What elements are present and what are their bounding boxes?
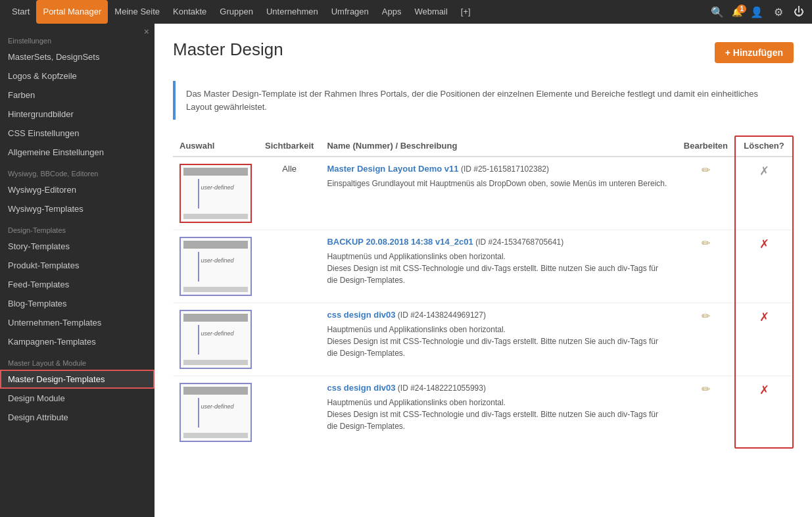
nav-apps[interactable]: Apps: [375, 0, 408, 24]
top-nav: Start Portal Manager Meine Seite Kontakt…: [0, 0, 812, 24]
section-wysiwyg: Wysiwyg, BBCode, Editoren: [0, 162, 155, 180]
section-design-templates: Design-Templates: [0, 218, 155, 237]
design-name-link-3[interactable]: css design div03: [327, 383, 395, 393]
cell-thumbnail-1[interactable]: user-defined: [173, 230, 258, 303]
thumb-bottom-bar: [183, 287, 248, 292]
sidebar-item-unternehmen-templates[interactable]: Unternehmen-Templates: [0, 313, 155, 332]
sidebar: × Einstellungen MasterSets, DesignSets L…: [0, 24, 155, 517]
sidebar-item-master-design-templates[interactable]: Master Design-Templates: [0, 370, 155, 389]
nav-plus[interactable]: [+]: [454, 0, 477, 24]
edit-icon-2[interactable]: ✏: [702, 310, 710, 322]
page-title: Master Design: [173, 39, 794, 60]
sidebar-item-blog-templates[interactable]: Blog-Templates: [0, 294, 155, 313]
template-thumbnail-0[interactable]: user-defined: [179, 164, 252, 223]
nav-start[interactable]: Start: [5, 0, 36, 24]
nav-webmail[interactable]: Webmail: [408, 0, 454, 24]
power-icon[interactable]: ⏻: [791, 6, 807, 18]
thumb-mid: user-defined: [183, 178, 248, 212]
table-row: user-defined css design div03 (ID #24-14…: [173, 303, 794, 376]
thumb-top-bar: [183, 387, 248, 395]
info-box: Das Master Design-Template ist der Rahme…: [173, 81, 794, 120]
sidebar-item-logos[interactable]: Logos & Kopfzeile: [0, 66, 155, 86]
design-desc-3: Hauptmenüs und Applikationslinks oben ho…: [327, 397, 670, 432]
table-row: user-defined css design div03 (ID #24-14…: [173, 376, 794, 449]
th-sichtbarkeit: Sichtbarkeit: [258, 135, 320, 157]
delete-icon-2[interactable]: ✗: [759, 310, 769, 324]
cell-thumbnail-2[interactable]: user-defined: [173, 303, 258, 376]
sidebar-item-hintergrundbilder[interactable]: Hintergrundbilder: [0, 105, 155, 124]
sidebar-item-design-attribute[interactable]: Design Attribute: [0, 408, 155, 427]
sidebar-close-button[interactable]: ×: [144, 26, 149, 37]
table-header-row: Auswahl Sichtbarkeit Name (Nummer) / Bes…: [173, 135, 794, 157]
sidebar-item-story-templates[interactable]: Story-Templates: [0, 237, 155, 256]
nav-umfragen[interactable]: Umfragen: [325, 0, 375, 24]
desc-line: Dieses Design ist mit CSS-Technologie un…: [327, 264, 658, 285]
design-id-0: (ID #25-1615817102382): [459, 164, 549, 174]
design-id-2: (ID #24-1438244969127): [395, 310, 485, 320]
info-text: Das Master Design-Template ist der Rahme…: [186, 89, 758, 112]
search-icon[interactable]: 🔍: [708, 6, 727, 18]
notification-bell[interactable]: 🔔1: [732, 7, 742, 17]
edit-icon-1[interactable]: ✏: [702, 237, 710, 249]
table-row: user-defined Alle Master Design Layout D…: [173, 157, 794, 230]
nav-unternehmen[interactable]: Unternehmen: [260, 0, 325, 24]
section-master-layout: Master Layout & Module: [0, 351, 155, 370]
cell-name-0: Master Design Layout Demo v11 (ID #25-16…: [320, 157, 677, 230]
delete-icon-3[interactable]: ✗: [759, 383, 769, 397]
settings-icon[interactable]: ⚙: [771, 6, 786, 18]
sidebar-item-css[interactable]: CSS Einstellungen: [0, 124, 155, 143]
desc-line: Hauptmenüs und Applikationslinks oben ho…: [327, 398, 506, 407]
sidebar-item-kampagnen-templates[interactable]: Kampagnen-Templates: [0, 332, 155, 351]
thumb-bottom-bar: [183, 360, 248, 365]
design-name-link-0[interactable]: Master Design Layout Demo v11: [327, 164, 458, 174]
nav-kontakte[interactable]: Kontakte: [166, 0, 213, 24]
design-name-link-1[interactable]: BACKUP 20.08.2018 14:38 v14_2c01: [327, 237, 473, 247]
add-button[interactable]: + Hinzufügen: [715, 42, 794, 63]
sidebar-item-wysiwyg-templates[interactable]: Wysiwyg-Templates: [0, 199, 155, 218]
th-bearbeiten: Bearbeiten: [677, 135, 734, 157]
thumb-label-0: user-defined: [201, 178, 234, 191]
thumb-sidebar-bar: [198, 398, 199, 428]
cell-bearbeiten-1: ✏: [677, 230, 734, 303]
nav-portal-manager[interactable]: Portal Manager: [36, 0, 108, 24]
desc-line: Einspaltiges Grundlayout mit Hauptmenüs …: [327, 179, 667, 188]
cell-thumbnail-3[interactable]: user-defined: [173, 376, 258, 449]
desc-line: Hauptmenüs und Applikationslinks oben ho…: [327, 325, 506, 334]
sidebar-item-feed-templates[interactable]: Feed-Templates: [0, 275, 155, 294]
cell-loschen-1: ✗: [734, 230, 794, 303]
sidebar-item-farben[interactable]: Farben: [0, 86, 155, 105]
design-desc-0: Einspaltiges Grundlayout mit Hauptmenüs …: [327, 178, 670, 189]
th-loschen: Löschen?: [734, 135, 794, 157]
sidebar-item-produkt-templates[interactable]: Produkt-Templates: [0, 256, 155, 275]
desc-line: Dieses Design ist mit CSS-Technologie un…: [327, 337, 658, 358]
cell-bearbeiten-0: ✏: [677, 157, 734, 230]
delete-icon-disabled-0: ✗: [759, 164, 769, 178]
sidebar-item-mastersets[interactable]: MasterSets, DesignSets: [0, 47, 155, 66]
nav-gruppen[interactable]: Gruppen: [213, 0, 260, 24]
template-thumbnail-1[interactable]: user-defined: [179, 237, 252, 296]
sidebar-item-allgemeine[interactable]: Allgemeine Einstellungen: [0, 143, 155, 162]
thumb-top-bar: [183, 168, 248, 176]
main-content: + Hinzufügen Master Design Das Master De…: [155, 24, 812, 517]
thumb-sidebar-bar: [198, 325, 199, 355]
edit-icon-3[interactable]: ✏: [702, 383, 710, 395]
nav-meine-seite[interactable]: Meine Seite: [108, 0, 166, 24]
thumb-top-bar: [183, 314, 248, 322]
template-thumbnail-3[interactable]: user-defined: [179, 383, 252, 442]
delete-icon-1[interactable]: ✗: [759, 237, 769, 251]
cell-bearbeiten-3: ✏: [677, 376, 734, 449]
cell-thumbnail-0[interactable]: user-defined: [173, 157, 258, 230]
sidebar-item-wysiwyg-editoren[interactable]: Wysiwyg-Editoren: [0, 180, 155, 199]
user-icon[interactable]: 👤: [748, 6, 766, 18]
title-row: + Hinzufügen Master Design: [173, 39, 794, 70]
desc-line: Hauptmenüs und Applikationslinks oben ho…: [327, 252, 506, 261]
design-id-1: (ID #24-1534768705641): [473, 237, 563, 247]
notification-count: 1: [737, 5, 746, 13]
thumb-mid: user-defined: [183, 251, 248, 285]
section-einstellungen: Einstellungen: [0, 29, 155, 47]
sidebar-item-design-module[interactable]: Design Module: [0, 389, 155, 408]
template-thumbnail-2[interactable]: user-defined: [179, 310, 252, 369]
thumb-label-2: user-defined: [201, 324, 234, 337]
edit-icon-0[interactable]: ✏: [702, 164, 710, 176]
design-name-link-2[interactable]: css design div03: [327, 310, 395, 320]
